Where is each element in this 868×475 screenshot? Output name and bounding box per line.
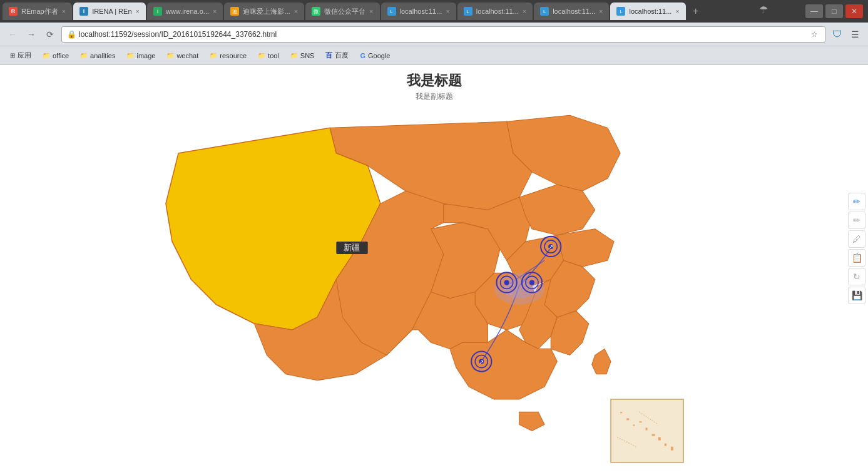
apps-icon: ⊞ (10, 52, 15, 59)
tool-pen[interactable]: 🖊 (848, 230, 865, 248)
tab-close-www-irena[interactable]: × (213, 8, 217, 15)
tool-refresh[interactable]: ↻ (848, 268, 865, 285)
page-subtitle: 我是副标题 (0, 91, 868, 102)
menu-button[interactable]: ☰ (847, 26, 863, 43)
sns-icon: 📁 (290, 52, 298, 59)
bookmark-image[interactable]: 📁 image (121, 49, 160, 63)
bookmark-baidu-label: 百度 (335, 51, 349, 60)
node-central-right-dot (529, 280, 534, 285)
tab-label-wechat: 微信公众平台 (324, 7, 365, 16)
bookmark-tool[interactable]: 📁 tool (253, 49, 284, 63)
tab-loc3[interactable]: L localhost:11... × (534, 3, 609, 20)
bookmark-google-label: Google (368, 52, 390, 59)
china-map-svg: 新疆 (13, 103, 837, 469)
tab-label-loc4: localhost:11... (629, 8, 671, 15)
url-icons: ☆ (809, 29, 820, 40)
tab-favicon-irena: I (79, 7, 88, 16)
back-button[interactable]: ← (5, 27, 20, 42)
mini-map (611, 399, 683, 462)
bookmark-analities-label: analities (90, 52, 115, 59)
url-text: localhost:11592/session/ID_2016101519264… (79, 30, 806, 39)
tab-favicon-loc1: L (387, 7, 396, 16)
folder-icon-tool: 📁 (258, 52, 265, 59)
bookmark-wechat[interactable]: 📁 wechat (161, 49, 203, 63)
svg-rect-5 (646, 427, 648, 430)
maximize-button[interactable]: □ (825, 4, 843, 18)
svg-rect-4 (639, 421, 641, 422)
star-icon[interactable]: ☆ (809, 29, 820, 40)
tab-close-loc4[interactable]: × (675, 8, 679, 15)
tab-favicon-wechat: 微 (312, 7, 320, 16)
tab-ai[interactable]: 迪 迪咪爱上海影... × (224, 3, 304, 20)
svg-rect-7 (658, 437, 661, 441)
node-ne-arrow: ↗ (548, 243, 553, 250)
bookmark-office-label: office (53, 52, 69, 59)
tab-label-www-irena: www.irena.o... (166, 8, 209, 15)
bookmark-google[interactable]: G Google (355, 49, 395, 63)
url-bar[interactable]: 🔒 localhost:11592/session/ID_20161015192… (61, 26, 825, 43)
tool-pencil-2[interactable]: ✏ (848, 212, 865, 229)
close-button[interactable]: ✕ (845, 4, 863, 18)
bookmark-office[interactable]: 📁 office (38, 49, 74, 63)
map-container: 新疆 (13, 103, 837, 469)
google-icon: G (360, 52, 365, 59)
tab-close-irena[interactable]: × (136, 8, 140, 15)
tab-favicon-loc4: L (616, 7, 625, 16)
map-title-area: 我是标题 我是副标题 (0, 65, 868, 102)
tab-label-irena: IRENA | REn (92, 8, 131, 15)
tab-close-remap[interactable]: × (62, 8, 66, 15)
folder-icon-analities: 📁 (80, 52, 88, 59)
tab-remap[interactable]: R REmap作者 × (3, 3, 72, 20)
shield-icon: 🛡 (829, 26, 845, 43)
bookmark-apps[interactable]: ⊞ 应用 (5, 49, 36, 63)
rain-icon: ☂ (759, 4, 768, 16)
china-provinces (166, 115, 620, 431)
tab-close-loc3[interactable]: × (599, 8, 603, 15)
xinjiang-label-text: 新疆 (344, 243, 360, 252)
tab-close-wechat[interactable]: × (369, 8, 373, 15)
tab-label-ai: 迪咪爱上海影... (243, 7, 290, 16)
tab-label-remap: REmap作者 (21, 7, 58, 16)
tab-close-ai[interactable]: × (294, 8, 298, 15)
tab-loc1[interactable]: L localhost:11... × (381, 3, 456, 20)
address-bar: ← → ⟳ 🔒 localhost:11592/session/ID_20161… (0, 23, 868, 46)
bookmark-baidu[interactable]: 百 百度 (320, 49, 354, 63)
bookmark-resource[interactable]: 📁 resource (205, 49, 252, 63)
tab-close-loc2[interactable]: × (523, 8, 526, 15)
svg-rect-9 (671, 447, 673, 451)
lock-icon: 🔒 (67, 30, 76, 39)
new-tab-button[interactable]: + (687, 3, 705, 20)
folder-icon-office: 📁 (43, 52, 50, 59)
bookmark-sns-label: SNS (300, 52, 315, 59)
folder-icon-resource: 📁 (210, 52, 217, 59)
tab-wechat[interactable]: 微 微信公众平台 × (305, 3, 379, 20)
bookmark-wechat-label: wechat (176, 52, 198, 59)
tool-clipboard[interactable]: 📋 (848, 249, 865, 267)
svg-rect-1 (620, 412, 622, 413)
tab-favicon-loc3: L (540, 7, 549, 16)
folder-icon-image: 📁 (126, 52, 134, 59)
svg-rect-3 (633, 424, 635, 426)
tab-irena[interactable]: I IRENA | REn × (73, 3, 146, 20)
bookmark-sns[interactable]: 📁 SNS (285, 49, 320, 63)
folder-icon-wechat: 📁 (166, 52, 174, 59)
bookmark-analities[interactable]: 📁 analities (75, 49, 120, 63)
window-controls: — □ ✕ (805, 4, 863, 18)
tab-close-loc1[interactable]: × (446, 8, 449, 15)
svg-rect-0 (611, 399, 683, 462)
tab-loc4[interactable]: L localhost:11... × (610, 3, 685, 20)
tab-label-loc2: localhost:11... (476, 8, 519, 15)
svg-rect-6 (652, 434, 655, 436)
node-central-left-dot (504, 280, 509, 285)
tab-loc2[interactable]: L localhost:11... × (457, 3, 533, 20)
tab-label-loc1: localhost:11... (400, 8, 442, 15)
forward-button[interactable]: → (24, 27, 39, 42)
toolbar-right: 🛡 ☰ (829, 26, 863, 43)
tool-pencil-1[interactable]: ✏ (848, 193, 865, 210)
tab-www-irena[interactable]: i www.irena.o... × (147, 3, 223, 20)
minimize-button[interactable]: — (805, 4, 823, 18)
refresh-button[interactable]: ⟳ (43, 27, 58, 42)
bookmark-tool-label: tool (268, 52, 279, 59)
tool-save[interactable]: 💾 (848, 287, 865, 304)
browser-frame: R REmap作者 × I IRENA | REn × i www.irena.… (0, 0, 868, 475)
